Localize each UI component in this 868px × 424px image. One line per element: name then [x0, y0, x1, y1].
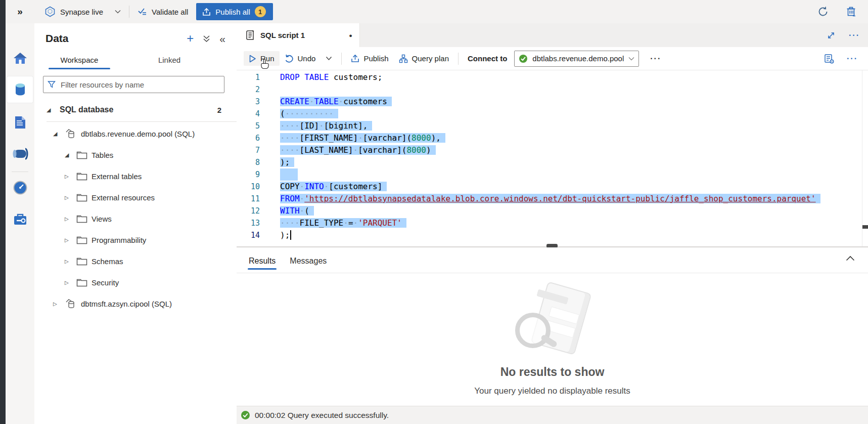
filter-resources-input[interactable]: [60, 80, 220, 90]
manage-hub-item[interactable]: [7, 206, 33, 232]
session-properties-icon[interactable]: [824, 53, 835, 64]
code-line[interactable]: 9: [237, 168, 868, 181]
refresh-icon[interactable]: [817, 6, 829, 17]
manage-icon: [13, 212, 28, 226]
code-line[interactable]: 7····[LAST_NAME]·[varchar](8000): [237, 144, 868, 156]
mouse-cursor: [260, 59, 270, 70]
folder-icon: [76, 150, 87, 159]
line-number: 7: [237, 144, 260, 156]
collapse-panel-button[interactable]: «: [219, 33, 225, 44]
publish-button[interactable]: Publish: [346, 51, 393, 66]
database-icon: [65, 298, 77, 310]
tree-collapsed-icon[interactable]: ▷: [65, 195, 73, 200]
no-results-title: No results to show: [237, 365, 868, 379]
tab-workspace[interactable]: Workspace: [34, 52, 124, 69]
code-line[interactable]: 6····[FIRST_NAME]·[varchar](8000),: [237, 132, 868, 144]
line-number: 10: [237, 181, 260, 193]
tree-collapsed-icon[interactable]: ▷: [53, 301, 62, 307]
tree-collapsed-icon[interactable]: ▷: [65, 280, 73, 285]
tree-row[interactable]: ▷Schemas: [34, 250, 237, 272]
pool-select-dropdown[interactable]: dbtlabs.revenue.demo.pool: [514, 51, 639, 67]
line-content: (··········: [280, 108, 338, 120]
tree-expanded-icon[interactable]: ◢: [47, 107, 55, 113]
tree-row[interactable]: ◢Tables: [34, 144, 237, 165]
data-hub-item[interactable]: [7, 76, 33, 103]
line-number: 14: [237, 229, 260, 241]
query-plan-button[interactable]: Query plan: [394, 51, 454, 66]
line-content: );: [280, 229, 291, 241]
tree-row[interactable]: ◢SQL database2: [34, 99, 237, 120]
code-line[interactable]: 4(··········: [237, 108, 868, 120]
code-line[interactable]: 14);: [237, 229, 868, 241]
code-line[interactable]: 8);: [237, 156, 868, 168]
tree-collapsed-icon[interactable]: ▷: [65, 259, 73, 264]
line-content: CREATE·TABLE·customers: [280, 96, 392, 108]
tab-results[interactable]: Results: [242, 251, 283, 273]
status-message: 00:00:02 Query executed successfully.: [255, 411, 389, 420]
query-plan-label: Query plan: [412, 54, 449, 63]
add-resource-button[interactable]: +: [187, 32, 194, 45]
tab-sql-script-1[interactable]: SQL script 1 ●: [237, 23, 360, 47]
validate-all-button[interactable]: Validate all: [138, 7, 188, 16]
code-line[interactable]: 12WITH·(: [237, 205, 868, 217]
data-icon: [13, 82, 28, 97]
folder-icon: [76, 257, 87, 266]
rail-divider: [12, 172, 28, 172]
line-content: [280, 168, 298, 181]
tree-collapsed-icon[interactable]: ▷: [65, 237, 73, 243]
code-line[interactable]: 2: [237, 83, 868, 96]
no-results-illustration: [512, 286, 593, 357]
code-line[interactable]: 10COPY·INTO·[customers]: [237, 181, 868, 193]
tree-row[interactable]: ▷External tables: [34, 165, 237, 187]
tree-row[interactable]: ◢dbtlabs.revenue.demo.pool (SQL): [34, 123, 237, 144]
tree-row[interactable]: ▷Programmability: [34, 229, 237, 250]
tree-collapsed-icon[interactable]: ▷: [65, 174, 73, 179]
toolbar-more-actions[interactable]: ···: [847, 54, 858, 63]
folder-icon: [76, 278, 87, 287]
top-command-bar: » Synapse live Validate all Publish all …: [6, 0, 868, 24]
line-content: ····[ID]·[bigint],: [280, 120, 372, 132]
discard-all-trash-icon[interactable]: [846, 6, 857, 17]
tab-messages[interactable]: Messages: [283, 251, 334, 273]
line-content: ····[LAST_NAME]·[varchar](8000): [280, 144, 436, 156]
collapse-results-chevron-icon[interactable]: [846, 256, 855, 261]
tab-more-actions[interactable]: ···: [849, 31, 860, 40]
monitor-hub-item[interactable]: [7, 175, 33, 201]
tree-expanded-icon[interactable]: ◢: [53, 131, 62, 137]
expand-sidebar-button[interactable]: »: [6, 6, 34, 17]
divider: [458, 53, 459, 65]
tree-row[interactable]: ▷External resources: [34, 187, 237, 208]
line-number: 3: [237, 96, 260, 108]
folder-icon: [76, 172, 87, 181]
tree-row[interactable]: ▷Security: [34, 272, 237, 293]
tree-row[interactable]: ▷dbtmsft.azsyn.cipool (SQL): [34, 293, 237, 314]
synapse-live-dropdown[interactable]: Synapse live: [44, 6, 121, 17]
develop-hub-item[interactable]: [7, 109, 33, 136]
data-panel-tabs: Workspace Linked: [34, 52, 237, 69]
tree-row[interactable]: ▷Views: [34, 208, 237, 229]
connection-more-actions[interactable]: ···: [650, 54, 661, 63]
line-content: FROM·'https://dbtlabsynapsedatalake.blob…: [280, 193, 820, 205]
tab-linked[interactable]: Linked: [124, 52, 214, 69]
code-line[interactable]: 11FROM·'https://dbtlabsynapsedatalake.bl…: [237, 193, 868, 205]
code-line[interactable]: 13····FILE_TYPE·=·'PARQUET': [237, 217, 868, 229]
code-line[interactable]: 3CREATE·TABLE·customers: [237, 96, 868, 108]
folder-icon: [76, 214, 87, 223]
sql-code-editor[interactable]: 1DROP TABLE customers;23CREATE·TABLE·cus…: [237, 70, 868, 246]
resource-tree: ◢SQL database2◢dbtlabs.revenue.demo.pool…: [34, 99, 237, 314]
tree-collapsed-icon[interactable]: ▷: [65, 216, 73, 222]
line-number: 5: [237, 120, 260, 132]
expand-editor-icon[interactable]: [827, 31, 836, 40]
collapse-all-icon[interactable]: [203, 35, 210, 43]
home-hub-item[interactable]: [7, 46, 33, 72]
undo-button[interactable]: Undo: [280, 51, 321, 66]
tree-item-label: External resources: [92, 193, 155, 202]
integrate-hub-item[interactable]: [7, 141, 33, 167]
tree-expanded-icon[interactable]: ◢: [65, 152, 73, 158]
undo-redo-chevron[interactable]: [321, 53, 337, 64]
code-line[interactable]: 5····[ID]·[bigint],: [237, 120, 868, 132]
publish-all-button[interactable]: Publish all 1: [196, 3, 272, 20]
code-line[interactable]: 1DROP TABLE customers;: [237, 71, 868, 83]
pool-name: dbtlabs.revenue.demo.pool: [532, 54, 624, 63]
scrollbar-decoration[interactable]: [862, 225, 868, 229]
